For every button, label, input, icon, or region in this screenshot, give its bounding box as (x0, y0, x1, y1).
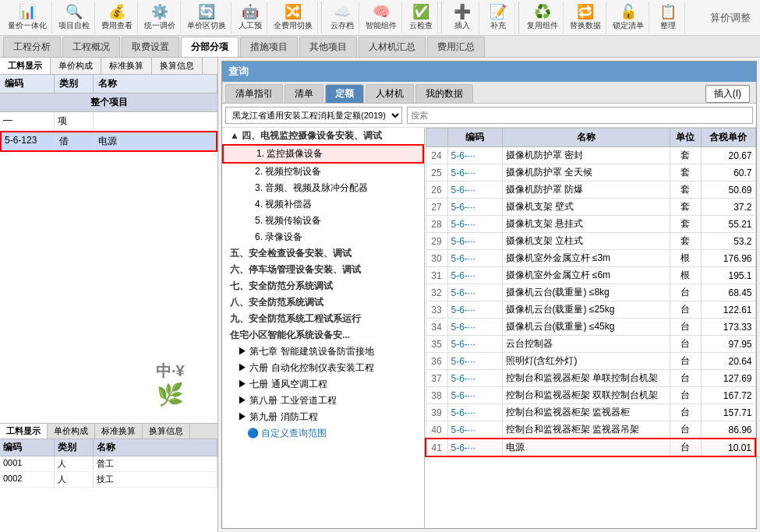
toolbar-organize-label: 整理 (660, 20, 676, 31)
table-row[interactable]: 255-6-···摄像机防护罩 全天候套60.7 (426, 164, 755, 181)
tree-row-highlighted[interactable]: 5-6-123 借 电源 (0, 131, 217, 152)
toolbar-check[interactable]: 🔍 项目自检 (54, 2, 95, 33)
toolbar-organize[interactable]: 📋 整理 (651, 2, 685, 33)
toolbar-cloud-save[interactable]: ☁️ 云存档 (325, 2, 359, 33)
qtree-video-comp-4[interactable]: 4. 视频补偿器 (222, 196, 424, 213)
bottom-row-1[interactable]: 0001 人 普工 (0, 456, 217, 472)
qtree-section9[interactable]: 九、安全防范系统工程试系运行 (222, 311, 424, 327)
left-sub-tab-conversion[interactable]: 换算信息 (152, 58, 203, 74)
table-row[interactable]: 305-6-···摄像机室外金属立杆 ≤3m根176.96 (426, 250, 755, 267)
cell-num: 33 (426, 301, 447, 319)
qtree-chapter7[interactable]: ▶ 第七章 智能建筑设备防雷接地 (222, 344, 424, 360)
cell-num: 39 (426, 404, 447, 421)
toolbar-replace-data[interactable]: 🔁 替换数据 (565, 2, 606, 33)
query-tab-guide[interactable]: 清单指引 (225, 84, 283, 103)
qtree-video-2[interactable]: 2. 视频控制设备 (222, 164, 424, 180)
qtree-section7[interactable]: 七、安全防范分系统调试 (222, 278, 424, 294)
query-tab-list[interactable]: 清单 (285, 84, 323, 103)
table-row[interactable]: 365-6-···照明灯(含红外灯)台20.64 (426, 353, 755, 370)
query-tab-quota[interactable]: 定额 (325, 84, 364, 103)
cell-unit: 台 (670, 387, 701, 404)
cell-price: 20.64 (701, 353, 755, 370)
table-row[interactable]: 375-6-···控制台和监视器柜架 单联控制台机架台127.69 (426, 370, 755, 387)
bottom-tab-material[interactable]: 工料显示 (0, 424, 48, 439)
qtree-vol6[interactable]: ▶ 六册 自动化控制仪表安装工程 (222, 360, 424, 376)
insert-button[interactable]: 插入(I) (705, 85, 750, 103)
qtree-section8[interactable]: 八、安全防范系统调试 (222, 294, 424, 311)
toolbar-fee-view[interactable]: 💰 费用查看 (97, 2, 138, 33)
table-row[interactable]: 345-6-···摄像机云台(载重量) ≤45kg台173.33 (426, 319, 755, 336)
toolbar-insert[interactable]: ➕ 插入 (445, 2, 479, 33)
qtree-video-trans-5[interactable]: 5. 视频传输设备 (222, 213, 424, 229)
table-row[interactable]: 295-6-···摄像机支架 立柱式套53.2 (426, 233, 755, 250)
table-row[interactable]: 325-6-···摄像机云台(载重量) ≤8kg台68.45 (426, 284, 755, 301)
query-tab-material[interactable]: 人材机 (366, 84, 414, 103)
cell-price: 53.2 (701, 233, 755, 250)
toolbar-lock-clear[interactable]: 🔓 锁定清单 (608, 2, 649, 33)
qtree-section4[interactable]: ▲ 四、电视监控摄像设备安装、调试 (222, 128, 424, 144)
tab-measures[interactable]: 措施项目 (240, 37, 298, 57)
th-price: 含税单价 (701, 129, 755, 147)
table-row[interactable]: 245-6-···摄像机防护罩 密封套20.67 (426, 147, 755, 164)
cell-name: 摄像机支架 立柱式 (502, 233, 670, 250)
table-row[interactable]: 415-6-···电源台10.01 (426, 439, 755, 456)
col-header-type: 类别 (55, 75, 94, 93)
tab-fee-summary[interactable]: 费用汇总 (427, 37, 485, 57)
table-row[interactable]: 335-6-···摄像机云台(载重量) ≤25kg台122.61 (426, 301, 755, 319)
tab-sections[interactable]: 分部分项 (181, 37, 239, 57)
qtree-chapter8[interactable]: ▶ 第八册 工业管道工程 (222, 393, 424, 409)
tab-materials[interactable]: 人材机汇总 (359, 37, 426, 57)
tab-analysis[interactable]: 工程分析 (3, 37, 61, 57)
qtree-audio-3[interactable]: 3. 音频、视频及脉冲分配器 (222, 180, 424, 196)
toolbar-ai-predict-label: 人工预 (239, 20, 262, 31)
bottom-tab-conv2[interactable]: 换算信息 (143, 424, 190, 439)
left-sub-tab-standard[interactable]: 标准换算 (101, 58, 152, 74)
toolbar-supplement[interactable]: 📝 补充 (481, 2, 515, 33)
tree-cell-code-hl: 5-6-123 (2, 132, 56, 150)
qtree-residential[interactable]: 住宅小区智能化系统设备安... (222, 327, 424, 344)
table-row[interactable]: 285-6-···摄像机支架 悬挂式套55.21 (426, 216, 755, 233)
toolbar-reuse-group[interactable]: ♻️ 复用组件 (522, 2, 564, 33)
table-row[interactable]: 385-6-···控制台和监视器柜架 双联控制台机架台167.72 (426, 387, 755, 404)
table-row[interactable]: 395-6-···控制台和监视器柜架 监视器柜台157.71 (426, 404, 755, 421)
filter-dropdown[interactable]: 黑龙江省通用安装工程消耗量定额(2019) (225, 107, 402, 124)
qtree-vol7[interactable]: ▶ 七册 通风空调工程 (222, 376, 424, 393)
left-sub-tab-unitprice[interactable]: 单价构成 (51, 58, 101, 74)
tab-other[interactable]: 其他项目 (299, 37, 357, 57)
qtree-record-6[interactable]: 6. 录像设备 (222, 229, 424, 245)
toolbar-all-fee-switch[interactable]: 🔀 全费用切换 (269, 2, 318, 33)
cell-price: 20.67 (701, 147, 755, 164)
toolbar-cloud-check[interactable]: ✅ 云检查 (404, 2, 438, 33)
qtree-custom-range[interactable]: 🔵 自定义查询范围 (222, 425, 424, 442)
toolbar-ai-predict[interactable]: 🤖 人工预 (233, 2, 267, 33)
search-input[interactable] (407, 107, 753, 124)
left-table-header: 编码 类别 名称 (0, 75, 217, 93)
fee-view-icon: 💰 (108, 5, 125, 19)
tree-cell-name-hl: 电源 (95, 132, 216, 150)
bottom-row-2[interactable]: 0002 人 技工 (0, 472, 217, 488)
qtree-camera-1[interactable]: 1. 监控摄像设备 (222, 144, 424, 164)
tab-overview[interactable]: 工程概况 (62, 37, 120, 57)
qtree-chapter9[interactable]: ▶ 第九册 消防工程 (222, 409, 424, 425)
table-row[interactable]: 405-6-···控制台和监视器柜架 监视器吊架台86.96 (426, 421, 755, 439)
tree-cell-name (94, 112, 217, 130)
table-row[interactable]: 315-6-···摄像机室外金属立杆 ≤6m根195.1 (426, 267, 755, 284)
table-row[interactable]: 355-6-···云台控制器台97.95 (426, 336, 755, 353)
qtree-section5[interactable]: 五、安全检查设备安装、调试 (222, 245, 424, 262)
tab-fee-settings[interactable]: 取费设置 (122, 37, 179, 57)
toolbar-unit[interactable]: 📊 量价一体化 (3, 2, 52, 33)
query-tab-mydata[interactable]: 我的数据 (415, 84, 473, 103)
left-sub-tab-material[interactable]: 工料显示 (0, 58, 51, 74)
cell-num: 36 (426, 353, 447, 370)
toolbar-unified[interactable]: ⚙️ 统一调价 (140, 2, 181, 33)
table-row[interactable]: 275-6-···摄像机支架 壁式套37.2 (426, 199, 755, 216)
bottom-tab-unit[interactable]: 单价构成 (48, 424, 95, 439)
toolbar-unit-switch[interactable]: 🔄 单价区切换 (182, 2, 232, 33)
toolbar-replace-data-label: 替换数据 (570, 20, 601, 31)
tree-row-item[interactable]: — 项 (0, 112, 217, 131)
toolbar-smart-group[interactable]: 🧠 智能组件 (361, 2, 402, 33)
table-row[interactable]: 265-6-···摄像机防护罩 防爆套50.69 (426, 181, 755, 199)
qtree-section6[interactable]: 六、停车场管理设备安装、调试 (222, 262, 424, 278)
bottom-tab-standard2[interactable]: 标准换算 (95, 424, 143, 439)
toolbar-fee-view-label: 费用查看 (101, 20, 133, 31)
